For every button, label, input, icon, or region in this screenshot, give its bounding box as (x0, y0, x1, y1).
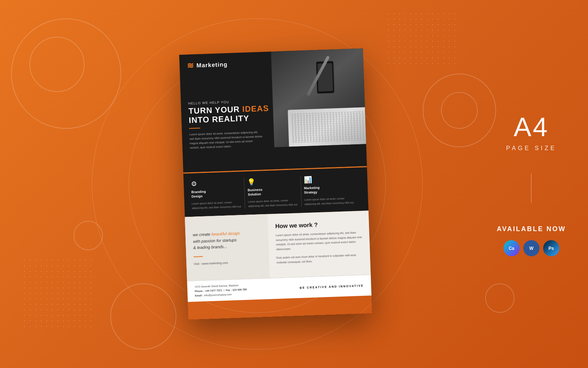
page-info-divider (531, 174, 531, 203)
footer-fax: Fax : 123 456 789 (226, 288, 247, 291)
marketing-title: MarketingStrategy (304, 184, 355, 195)
branding-icon: ⚙ (191, 178, 242, 188)
service-branding: ⚙ BrandingDesign Lorem ipsum dolor sit a… (191, 178, 248, 210)
tagline-line2: with passion for startups (193, 238, 237, 244)
photoshop-icon: Ps (543, 240, 559, 256)
tagline-normal: we create (193, 232, 211, 237)
app-icons-row: Ca W Ps (497, 240, 566, 256)
flyer-tagline-area: we create beautiful design with passion … (185, 214, 270, 281)
footer-slogan: BE CREATIVE AND INNOVATIVE (300, 284, 364, 289)
bg-circle-1 (11, 18, 121, 129)
page-size-label: PAGE SIZE (497, 145, 566, 152)
how-text-1: Lorem ipsum dolor sit amet, consectetuer… (276, 230, 363, 252)
flyer-document: ≋ Marketing HELLO WE HELP YOU TURN YOUR … (179, 48, 372, 319)
bg-circle-6 (441, 92, 478, 129)
flyer-logo: ≋ Marketing (187, 60, 227, 70)
business-icon: 💡 (247, 176, 298, 186)
service-marketing: 📊 MarketingStrategy Lorem ipsum dolor si… (304, 174, 361, 206)
how-text-2: Duis autem vel eum iriure dolor in hendr… (276, 253, 363, 265)
flyer-services-section: ⚙ BrandingDesign Lorem ipsum dolor sit a… (183, 166, 369, 217)
tagline-highlight: beautiful design (211, 231, 240, 237)
business-title: BusinessSolution (248, 187, 299, 197)
footer-contact: 7473 Seventh Street Avenue, Madison Phon… (194, 283, 247, 298)
tagline-text: we create beautiful design with passion … (193, 230, 261, 251)
branding-text: Lorem ipsum dolor sit amet, conser adipi… (192, 200, 243, 210)
laptop-keyboard (288, 107, 367, 147)
available-label: AVAILABLE NOW (497, 225, 566, 233)
marketing-text: Lorem ipsum dolor sit amet, conser adipi… (304, 196, 355, 206)
logo-icon: ≋ (187, 62, 194, 70)
keyboard-keys (291, 111, 366, 143)
branding-title: BrandingDesign (191, 188, 242, 199)
tagline-divider (194, 256, 203, 257)
how-title: How we work ? (275, 220, 362, 230)
marketing-icon: 📊 (304, 174, 355, 184)
phone-screen (318, 63, 333, 91)
bg-circle-4 (110, 283, 176, 350)
orange-accent-line (189, 128, 200, 129)
business-text: Lorem ipsum dolor sit amet, conser adipi… (248, 198, 299, 208)
bg-circle-2 (29, 37, 85, 92)
service-business: 💡 BusinessSolution Lorem ipsum dolor sit… (247, 176, 305, 208)
canva-icon: Ca (503, 240, 520, 256)
logo-text: Marketing (196, 61, 227, 69)
bg-circle-3 (74, 221, 103, 250)
word-icon: W (523, 240, 539, 256)
flyer-headline: HELLO WE HELP YOU TURN YOUR IDEAS INTO R… (188, 98, 293, 150)
flyer-description: Lorem ipsum dolor sit amet, consectetuer… (189, 130, 263, 150)
flyer-bottom-section: we create beautiful design with passion … (185, 210, 371, 281)
bg-dots-1 (22, 258, 96, 331)
email-label: Email : (195, 294, 203, 297)
page-size-value: A4 (497, 112, 566, 142)
flyer-hero-section: ≋ Marketing HELLO WE HELP YOU TURN YOUR … (179, 48, 367, 172)
visit-link: Visit : www.marketing.com (194, 260, 262, 265)
footer-phone: Phone : +44 7477 7371 (195, 289, 222, 293)
title-highlight: IDEAS (242, 103, 269, 114)
bg-circle-7 (485, 283, 514, 313)
how-we-work-area: How we work ? Lorem ipsum dolor sit amet… (268, 210, 371, 278)
tagline-line3: & leading brands... (193, 244, 227, 250)
bg-circle-5 (423, 74, 496, 147)
bg-dots-2 (386, 11, 459, 66)
page-info-panel: A4 PAGE SIZE AVAILABLE NOW Ca W Ps (497, 112, 566, 256)
